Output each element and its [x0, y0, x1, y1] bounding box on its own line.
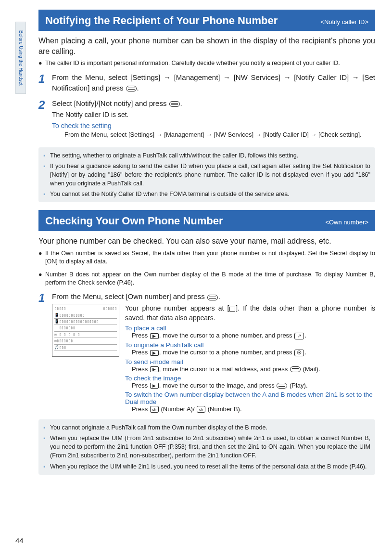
step2-text: Select [Notify]/[Not notify] and press . — [52, 98, 375, 109]
section2-title: Checking Your Own Phone Number — [45, 215, 223, 227]
ch-key-icon: ch — [197, 406, 205, 413]
note-item: ▪ When you replace the UIM while 2in1 is… — [43, 462, 370, 471]
action-push-head: To originate a PushTalk call — [125, 341, 375, 349]
section2-intro: Your phone number can be checked. You ca… — [38, 236, 375, 247]
phone-screen-mock: ▯▯▯▯▯▯▯▯▯▯▯ 📱▯▯▯▯▯▯▯▯▯▯▯ 📱▯▯▯▯▯▯▯▯▯▯▯▯▯▯… — [52, 304, 119, 357]
step1-text: From the Menu, select [Own number] and p… — [52, 291, 375, 302]
t: . — [304, 332, 306, 339]
note-text: You cannot set the Notify Caller ID when… — [50, 190, 370, 198]
bullet-dot: ● — [38, 249, 45, 266]
step2-post: . — [180, 99, 182, 107]
step1-pre: From the Menu, select [Settings] → [Mana… — [52, 73, 375, 92]
side-tab: Before Using the Handset — [15, 22, 26, 94]
t: Press — [132, 405, 150, 413]
t: Press — [132, 349, 150, 356]
own-number-desc: Your phone number appears at []. If the … — [125, 304, 375, 323]
note-text: You cannot originate a PushTalk call fro… — [50, 423, 370, 432]
step-number: 1 — [38, 72, 52, 95]
t: , move the cursor to a phone number, and… — [159, 332, 294, 339]
right-arrow-key-icon: ▶ — [150, 383, 159, 389]
t: Press — [132, 382, 150, 389]
menu-key-icon — [169, 101, 180, 107]
note-marker-icon: ▪ — [43, 462, 50, 471]
section2-notes: ▪ You cannot originate a PushTalk call f… — [38, 419, 375, 475]
pushtalk-key-icon: ⦿ — [294, 350, 304, 356]
ch-key-icon: ch — [150, 406, 159, 413]
step2-sub: The Notify caller ID is set. — [52, 110, 375, 120]
note-marker-icon: ▪ — [43, 423, 50, 432]
note-text: When you replace the UIM (From 2in1 subs… — [50, 434, 370, 460]
t: (Mail). — [301, 365, 320, 373]
section2-bullet2: ● Number B does not appear on the Own nu… — [38, 271, 375, 287]
step2-pre: Select [Notify]/[Not notify] and press — [52, 99, 169, 107]
menu-key-icon — [290, 366, 301, 372]
action-dual-head: To switch the Own number display between… — [125, 391, 375, 405]
note-text: If you hear a guidance asking to send th… — [50, 162, 370, 188]
t: Press — [132, 365, 150, 373]
t: , move the cursor to a mail address, and… — [159, 365, 290, 373]
right-arrow-key-icon: ▶ — [150, 350, 159, 356]
bullet-text: If the Own number is saved as Secret, th… — [45, 249, 375, 266]
t: (Number B). — [206, 405, 241, 413]
note-marker-icon: ▪ — [43, 434, 50, 460]
phone-field-icon — [229, 307, 235, 312]
section1-title: Notifying the Recipient of Your Phone Nu… — [45, 14, 278, 27]
step2-check-body: From the Menu, select [Settings] → [Mana… — [64, 130, 375, 140]
call-key-icon: ↗ — [294, 333, 304, 339]
bullet-text: The caller ID is important personal info… — [45, 59, 375, 67]
right-arrow-key-icon: ▶ — [150, 333, 159, 339]
section1-step1: 1 From the Menu, select [Settings] → [Ma… — [38, 72, 375, 95]
s2-step1-post: . — [218, 292, 220, 300]
note-item: ▪ You cannot originate a PushTalk call f… — [43, 423, 370, 432]
section1-tag: <Notify caller ID> — [320, 18, 368, 26]
section1-bullet: ● The caller ID is important personal in… — [38, 59, 375, 67]
t: , move the cursor to the image, and pres… — [159, 382, 277, 389]
note-text: The setting, whether to originate a Push… — [50, 151, 370, 160]
desc-pre: Your phone number appears at [ — [125, 304, 229, 312]
screen-right: Your phone number appears at []. If the … — [125, 304, 375, 415]
section2-bullet1: ● If the Own number is saved as Secret, … — [38, 249, 375, 266]
t: , move the cursor to a phone number, and… — [159, 349, 294, 356]
bullet-dot: ● — [38, 59, 45, 67]
note-item: ▪ The setting, whether to originate a Pu… — [43, 151, 370, 160]
t: (Play). — [288, 382, 307, 389]
section1-title-bar: Notifying the Recipient of Your Phone Nu… — [38, 10, 375, 31]
action-mail-head: To send i-mode mail — [125, 358, 375, 365]
action-call-body: Press ▶, move the cursor to a phone numb… — [132, 332, 375, 339]
step1-text: From the Menu, select [Settings] → [Mana… — [52, 72, 375, 93]
page-content: Notifying the Recipient of Your Phone Nu… — [38, 10, 375, 482]
step-number: 1 — [38, 291, 52, 415]
section2-title-bar: Checking Your Own Phone Number <Own numb… — [38, 210, 375, 231]
t: . — [304, 349, 306, 356]
bullet-text: Number B does not appear on the Own numb… — [45, 271, 375, 287]
t: (Number A)/ — [159, 405, 196, 413]
section2-step1: 1 From the Menu, select [Own number] and… — [38, 291, 375, 415]
section1-intro: When placing a call, your phone number c… — [38, 36, 375, 56]
menu-key-icon — [277, 383, 287, 389]
note-marker-icon: ▪ — [43, 162, 50, 188]
step2-check-head: To check the setting — [52, 122, 375, 130]
right-arrow-key-icon: ▶ — [150, 366, 159, 372]
note-text: When you replace the UIM while 2in1 is u… — [50, 462, 370, 471]
s2-step1-pre: From the Menu, select [Own number] and p… — [52, 292, 207, 300]
page-number: 44 — [15, 536, 24, 545]
menu-key-icon — [126, 86, 137, 91]
action-mail-body: Press ▶, move the cursor to a mail addre… — [132, 365, 375, 373]
section1-step2: 2 Select [Notify]/[Not notify] and press… — [38, 98, 375, 143]
bullet-dot: ● — [38, 271, 45, 287]
action-dual-body: Press ch (Number A)/ ch (Number B). — [132, 405, 375, 413]
screen-row: ▯▯▯▯▯▯▯▯▯▯▯ 📱▯▯▯▯▯▯▯▯▯▯▯ 📱▯▯▯▯▯▯▯▯▯▯▯▯▯▯… — [52, 304, 375, 415]
section2-tag: <Own number> — [325, 219, 368, 226]
section1-notes: ▪ The setting, whether to originate a Pu… — [38, 147, 375, 203]
note-item: ▪ You cannot set the Notify Caller ID wh… — [43, 190, 370, 198]
action-push-body: Press ▶, move the cursor to a phone numb… — [132, 349, 375, 356]
note-marker-icon: ▪ — [43, 151, 50, 160]
action-img-head: To check the image — [125, 375, 375, 382]
note-marker-icon: ▪ — [43, 190, 50, 198]
t: Press — [132, 332, 150, 339]
step-number: 2 — [38, 98, 52, 143]
note-item: ▪ When you replace the UIM (From 2in1 su… — [43, 434, 370, 460]
action-img-body: Press ▶, move the cursor to the image, a… — [132, 382, 375, 389]
menu-key-icon — [207, 295, 218, 300]
step1-post: . — [137, 84, 139, 92]
